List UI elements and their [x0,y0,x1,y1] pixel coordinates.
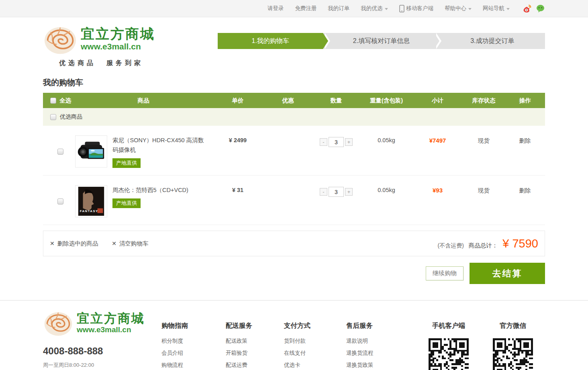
brand-slogan: 优选商品服务到家 [43,59,218,67]
service-phone: 4008-888-888 [43,345,161,357]
col-weight: 重量(含包装) [360,97,412,104]
wechat-qr-section: 官方微信 [483,321,543,370]
cart-summary-bar: ✕ 删除选中的商品 ✕ 清空购物车 (不含运费) 商品总计： ¥ 7590 [43,231,545,256]
footer-col-delivery: 配送服务 配送政策 开箱验货 配送运费 配送范围 [226,309,284,370]
qty-input[interactable] [329,137,344,147]
footer-link[interactable]: 退换货政策 [346,359,416,370]
item-discount [264,135,312,168]
top-nav: 请登录 免费注册 我的订单 我的优选 移动客户端 帮助中心 网站导航 [43,0,545,17]
item-checkbox[interactable] [57,149,63,155]
brand-url: www.e3mall.cn [81,42,155,51]
product-name-link[interactable]: 周杰伦：范特西5（CD+VCD) [112,185,209,195]
product-name-link[interactable]: 索尼（SONY）HDR-CX450 高清数码摄像机 [112,135,209,155]
item-stock-status: 现货 [463,185,505,217]
group-label: 优选商品 [60,113,82,121]
qr-code-mobile-app [429,338,469,370]
brand-name: 宜立方商城 [77,312,145,325]
help-center-link[interactable]: 帮助中心 [445,5,472,12]
continue-shopping-button[interactable]: 继续购物 [426,266,463,280]
footer-col-shopping-guide: 购物指南 积分制度 会员介绍 购物流程 常见问题 [161,309,226,370]
footer-link[interactable]: 开箱验货 [226,347,284,359]
qty-decrease-button[interactable]: - [320,138,327,146]
footer-link[interactable]: 货到付款 [284,335,346,347]
chevron-down-icon [385,8,388,10]
x-icon: ✕ [50,240,55,247]
page-title: 我的购物车 [43,77,545,88]
register-link[interactable]: 免费注册 [295,5,317,12]
my-picks-link[interactable]: 我的优选 [361,5,388,12]
wechat-icon[interactable] [536,4,545,13]
cart-group-row: 优选商品 [43,108,545,126]
item-unit-price: ¥ 31 [212,185,264,217]
cart-actions: 继续购物 去结算 [43,263,545,284]
footer-link[interactable]: 购物流程 [161,359,226,370]
brand-url: www.e3mall.cn [77,325,145,334]
footer-link[interactable]: 配送政策 [226,335,284,347]
product-image-camcorder[interactable] [75,135,107,168]
origin-direct-badge: 产地直供 [112,198,141,208]
nautilus-logo-icon [43,23,78,56]
cart-page: 我的购物车 全选 商品 单价 优惠 数量 重量(含包装) 小计 库存状态 操作 … [43,77,545,284]
item-discount [264,185,312,217]
col-stock: 库存状态 [463,97,505,104]
brand-name: 宜立方商城 [81,27,155,41]
footer-col-payment: 支付方式 货到付款 在线支付 优选卡 发票制度 [284,309,346,370]
qty-decrease-button[interactable]: - [320,188,327,196]
total-value: ¥ 7590 [502,237,538,250]
footer-logo: 宜立方商城 www.e3mall.cn [43,309,161,337]
weibo-icon[interactable] [523,4,532,13]
item-weight: 0.05kg [360,185,412,217]
col-discount: 优惠 [264,97,312,104]
album-cover-text: FANTASY [80,209,98,213]
item-checkbox[interactable] [57,198,63,204]
item-stock-status: 现货 [463,135,505,168]
footer-link[interactable]: 会员介绍 [161,347,226,359]
chevron-down-icon [506,8,510,10]
col-subtotal: 小计 [412,97,463,104]
col-qty: 数量 [312,97,360,104]
cart-table-header: 全选 商品 单价 优惠 数量 重量(含包装) 小计 库存状态 操作 [43,93,545,108]
site-header: 宜立方商城 www.e3mall.cn 优选商品服务到家 1.我的购物车 2.填… [43,17,545,72]
item-subtotal: ¥7497 [412,135,463,168]
qr-code-wechat [493,338,533,370]
footer-link[interactable]: 在线支付 [284,347,346,359]
delete-item-link[interactable]: 删除 [519,187,531,194]
item-subtotal: ¥93 [412,185,463,217]
col-goods: 商品 [75,97,212,104]
x-icon: ✕ [112,240,116,247]
cart-item-row: FANTASY 周杰伦：范特西5（CD+VCD) 产地直供 ¥ 31 - + 0… [43,176,545,225]
product-image-album[interactable]: FANTASY [75,185,107,217]
delete-item-link[interactable]: 删除 [519,137,531,144]
my-orders-link[interactable]: 我的订单 [328,5,350,12]
origin-direct-badge: 产地直供 [112,158,141,168]
footer-link[interactable]: 退换货流程 [346,347,416,359]
quantity-stepper: - + [320,137,353,147]
qty-input[interactable] [329,187,344,197]
site-nav-link[interactable]: 网站导航 [483,5,510,12]
select-all-label: 全选 [59,97,71,104]
col-action: 操作 [505,97,545,104]
mobile-client-link[interactable]: 移动客户端 [399,5,434,12]
cart-item-row: 索尼（SONY）HDR-CX450 高清数码摄像机 产地直供 ¥ 2499 - … [43,126,545,176]
clear-cart-link[interactable]: ✕ 清空购物车 [112,240,148,247]
select-all-checkbox[interactable] [50,98,56,104]
delete-selected-link[interactable]: ✕ 删除选中的商品 [50,240,98,247]
freight-note: (不含运费) [437,242,463,249]
qty-increase-button[interactable]: + [345,188,353,196]
footer-link[interactable]: 退款说明 [346,335,416,347]
quantity-stepper: - + [320,187,353,197]
checkout-steps: 1.我的购物车 2.填写核对订单信息 3.成功提交订单 [218,33,545,49]
item-unit-price: ¥ 2499 [212,135,264,168]
qty-increase-button[interactable]: + [345,138,353,146]
login-link[interactable]: 请登录 [267,5,284,12]
group-checkbox[interactable] [50,114,56,120]
footer-link[interactable]: 积分制度 [161,335,226,347]
service-hours: 周一至周日8:00-22:00 [43,362,161,369]
step-order-submitted: 3.成功提交订单 [434,33,545,49]
footer-link[interactable]: 配送运费 [226,359,284,370]
step-order-info: 2.填写核对订单信息 [323,33,434,49]
checkout-button[interactable]: 去结算 [470,263,545,284]
site-logo[interactable]: 宜立方商城 www.e3mall.cn 优选商品服务到家 [43,23,218,67]
footer-link[interactable]: 优选卡 [284,359,346,370]
step-cart: 1.我的购物车 [218,33,323,49]
